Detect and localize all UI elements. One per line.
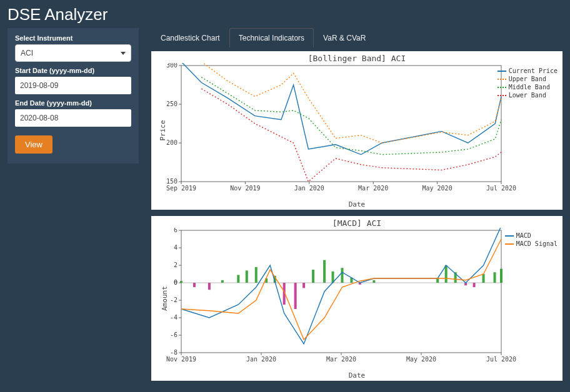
- bollinger-svg: 150200250300Sep 2019Nov 2019Jan 2020Mar …: [151, 63, 558, 200]
- start-date-label: Start Date (yyyy-mm-dd): [15, 67, 131, 74]
- svg-rect-63: [341, 268, 343, 283]
- svg-text:Nov 2019: Nov 2019: [166, 356, 196, 363]
- macd-chart: [MACD] ACI Amount -8-6-4-20246Nov 2019Ja…: [151, 216, 562, 381]
- svg-text:300: 300: [166, 63, 178, 69]
- svg-text:Mar 2020: Mar 2020: [326, 356, 356, 363]
- svg-text:0: 0: [174, 279, 178, 286]
- bollinger-chart: [Bollinger Band] ACI Price 150200250300S…: [151, 51, 562, 210]
- app-header: DSE Analyzer: [0, 0, 570, 28]
- svg-rect-54: [255, 267, 258, 283]
- macd-xlabel: Date: [151, 371, 562, 381]
- svg-text:Sep 2019: Sep 2019: [166, 185, 196, 192]
- tab-candlestick[interactable]: Candlestick Chart: [151, 28, 229, 47]
- end-date-field[interactable]: [15, 109, 131, 127]
- svg-rect-58: [294, 283, 297, 309]
- svg-rect-66: [372, 280, 375, 283]
- svg-text:150: 150: [166, 178, 178, 185]
- tab-technical-indicators[interactable]: Technical Indicators: [229, 28, 314, 47]
- svg-rect-51: [221, 280, 224, 283]
- tab-var-cvar[interactable]: VaR & CVaR: [314, 28, 375, 47]
- legend-entry: MACD Signal: [505, 240, 558, 247]
- svg-text:-4: -4: [170, 314, 178, 321]
- main-content: Candlestick Chart Technical Indicators V…: [151, 28, 562, 381]
- instrument-label: Select Instrument: [15, 34, 131, 42]
- svg-text:Mar 2020: Mar 2020: [358, 185, 388, 192]
- svg-rect-72: [482, 274, 485, 283]
- page-title: DSE Analyzer: [8, 5, 562, 24]
- svg-text:-8: -8: [170, 349, 178, 356]
- svg-rect-68: [445, 265, 448, 283]
- svg-text:250: 250: [166, 100, 178, 107]
- svg-rect-48: [180, 281, 182, 283]
- bollinger-legend: Current PriceUpper BandMiddle BandLower …: [498, 67, 558, 100]
- svg-rect-53: [246, 270, 248, 283]
- view-button[interactable]: View: [15, 135, 52, 154]
- legend-entry: Lower Band: [498, 92, 558, 99]
- svg-rect-60: [312, 270, 314, 283]
- svg-rect-52: [237, 275, 239, 283]
- legend-entry: Upper Band: [498, 76, 558, 82]
- svg-rect-59: [302, 283, 305, 288]
- svg-text:2: 2: [174, 262, 178, 268]
- svg-text:Nov 2019: Nov 2019: [230, 185, 260, 192]
- svg-rect-73: [494, 272, 496, 283]
- svg-rect-74: [500, 269, 502, 283]
- svg-text:Jul 2020: Jul 2020: [486, 356, 516, 363]
- end-date-label: End Date (yyyy-mm-dd): [15, 99, 131, 107]
- svg-rect-49: [193, 283, 196, 287]
- svg-text:-6: -6: [170, 331, 178, 338]
- macd-svg: -8-6-4-20246Nov 2019Jan 2020Mar 2020May …: [151, 228, 558, 371]
- tab-bar: Candlestick Chart Technical Indicators V…: [151, 28, 562, 47]
- bollinger-chart-title: [Bollinger Band] ACI: [151, 51, 562, 63]
- start-date-field[interactable]: [15, 77, 131, 94]
- macd-chart-title: [MACD] ACI: [151, 216, 562, 228]
- legend-entry: Middle Band: [498, 84, 558, 91]
- macd-legend: MACDMACD Signal: [505, 232, 558, 248]
- svg-text:Jan 2020: Jan 2020: [246, 356, 276, 363]
- svg-rect-50: [208, 283, 211, 290]
- bollinger-xlabel: Date: [151, 200, 562, 210]
- svg-text:4: 4: [174, 244, 178, 251]
- svg-rect-67: [436, 278, 439, 283]
- macd-ylabel: Amount: [161, 286, 169, 311]
- control-sidebar: Select Instrument ACI Start Date (yyyy-m…: [8, 28, 139, 164]
- chevron-down-icon: [121, 52, 126, 55]
- instrument-select-value: ACI: [21, 49, 33, 57]
- svg-rect-61: [323, 260, 326, 283]
- bollinger-ylabel: Price: [159, 120, 167, 140]
- legend-entry: Current Price: [498, 67, 558, 74]
- svg-text:May 2020: May 2020: [422, 185, 452, 192]
- svg-text:Jan 2020: Jan 2020: [294, 185, 324, 192]
- svg-text:200: 200: [166, 139, 178, 146]
- legend-entry: MACD: [505, 232, 558, 239]
- svg-rect-21: [181, 230, 501, 353]
- svg-text:May 2020: May 2020: [406, 356, 436, 363]
- svg-rect-0: [181, 66, 501, 182]
- instrument-select[interactable]: ACI: [15, 44, 131, 62]
- svg-text:6: 6: [174, 228, 178, 233]
- svg-text:Jul 2020: Jul 2020: [486, 185, 516, 192]
- svg-text:-2: -2: [170, 296, 178, 303]
- svg-rect-71: [473, 283, 476, 287]
